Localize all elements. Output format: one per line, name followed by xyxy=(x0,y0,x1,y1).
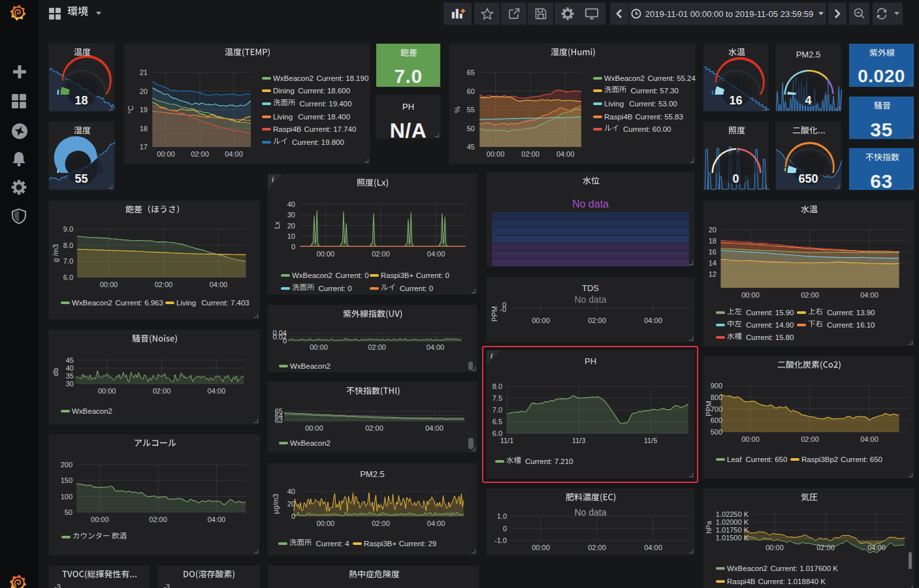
svg-text:04:00: 04:00 xyxy=(556,150,575,158)
svg-text:7.0: 7.0 xyxy=(492,406,502,414)
svg-text:1.02250 K: 1.02250 K xyxy=(716,510,749,518)
svg-text:60: 60 xyxy=(467,87,475,95)
svg-text:μg/m3: μg/m3 xyxy=(272,494,280,514)
svg-text:100: 100 xyxy=(61,493,73,501)
svg-text:02:00: 02:00 xyxy=(365,424,383,432)
svg-text:02:00: 02:00 xyxy=(191,150,209,158)
svg-text:65: 65 xyxy=(467,69,475,76)
svg-text:0: 0 xyxy=(291,243,295,251)
svg-text:00:00: 00:00 xyxy=(487,150,505,158)
svg-text:9.0: 9.0 xyxy=(63,225,73,233)
svg-text:Lx: Lx xyxy=(273,221,281,229)
svg-text:30: 30 xyxy=(287,211,295,219)
svg-text:1.02000 K: 1.02000 K xyxy=(716,518,749,526)
svg-text:6.5: 6.5 xyxy=(492,418,502,426)
svg-text:02:00: 02:00 xyxy=(588,544,606,551)
svg-text:00:00: 00:00 xyxy=(741,435,760,443)
svg-text:02:00: 02:00 xyxy=(153,387,171,395)
svg-text:04:00: 04:00 xyxy=(210,281,228,288)
svg-text:hPa: hPa xyxy=(705,520,713,533)
svg-text:8.0: 8.0 xyxy=(492,382,502,390)
svg-text:20: 20 xyxy=(140,87,148,95)
svg-text:7.0: 7.0 xyxy=(63,257,73,265)
svg-text:600: 600 xyxy=(711,416,722,424)
svg-text:6.0: 6.0 xyxy=(63,273,73,281)
svg-text:04:00: 04:00 xyxy=(867,544,886,551)
svg-text:11/5: 11/5 xyxy=(644,437,658,444)
svg-text:04:00: 04:00 xyxy=(225,150,243,158)
svg-text:21: 21 xyxy=(140,69,148,76)
svg-text:PPM: PPM xyxy=(705,401,713,416)
svg-text:04:00: 04:00 xyxy=(860,435,879,443)
svg-text:20: 20 xyxy=(287,500,295,508)
svg-text:02:00: 02:00 xyxy=(816,544,835,551)
svg-text:%: % xyxy=(453,106,461,113)
svg-text:19: 19 xyxy=(140,106,148,114)
svg-text:1.01500 K: 1.01500 K xyxy=(716,534,749,542)
svg-text:04:00: 04:00 xyxy=(208,516,226,523)
svg-text:1.01750 K: 1.01750 K xyxy=(716,526,749,534)
svg-text:10: 10 xyxy=(287,232,295,240)
svg-text:00:00: 00:00 xyxy=(317,519,335,527)
svg-text:0: 0 xyxy=(503,525,507,533)
svg-text:800: 800 xyxy=(711,394,722,401)
svg-text:17: 17 xyxy=(140,143,148,151)
svg-text:35: 35 xyxy=(66,372,74,380)
svg-text:45: 45 xyxy=(66,356,74,364)
svg-text:02:00: 02:00 xyxy=(521,150,540,158)
svg-text:00:00: 00:00 xyxy=(305,424,323,432)
svg-text:00:00: 00:00 xyxy=(157,150,175,158)
svg-text:02:00: 02:00 xyxy=(801,291,819,299)
svg-text:04:00: 04:00 xyxy=(427,519,445,527)
svg-text:16: 16 xyxy=(709,248,717,256)
svg-text:20: 20 xyxy=(709,226,717,234)
svg-text:7.5: 7.5 xyxy=(492,394,502,402)
svg-text:00:00: 00:00 xyxy=(741,291,760,299)
svg-text:00:00: 00:00 xyxy=(98,387,116,395)
svg-text:db: db xyxy=(52,368,59,376)
svg-text:04:00: 04:00 xyxy=(425,424,443,432)
svg-text:04:00: 04:00 xyxy=(860,291,879,299)
svg-text:30: 30 xyxy=(66,380,74,388)
svg-text:00:00: 00:00 xyxy=(317,250,335,258)
svg-text:02:00: 02:00 xyxy=(372,519,390,527)
svg-text:04:00: 04:00 xyxy=(644,544,662,551)
svg-text:04:00: 04:00 xyxy=(427,343,445,351)
svg-text:02:00: 02:00 xyxy=(588,317,606,324)
svg-text:50: 50 xyxy=(467,125,475,132)
svg-text:45: 45 xyxy=(467,143,475,151)
svg-text:02:00: 02:00 xyxy=(149,516,167,523)
svg-text:02:00: 02:00 xyxy=(155,281,173,288)
svg-text:20: 20 xyxy=(287,222,295,230)
svg-text:04:00: 04:00 xyxy=(644,317,662,324)
svg-text:-0: -0 xyxy=(500,305,506,313)
svg-text:18: 18 xyxy=(709,237,717,245)
svg-text:00:00: 00:00 xyxy=(766,544,784,551)
svg-text:0: 0 xyxy=(291,512,295,520)
svg-text:18: 18 xyxy=(140,125,148,132)
svg-text:900: 900 xyxy=(711,382,722,390)
svg-text:00:00: 00:00 xyxy=(100,281,118,288)
svg-text:63: 63 xyxy=(275,416,283,424)
svg-text:40: 40 xyxy=(287,487,295,495)
svg-text:02:00: 02:00 xyxy=(372,250,390,258)
svg-text:02:00: 02:00 xyxy=(368,343,386,351)
svg-text:PPM: PPM xyxy=(491,306,498,322)
svg-text:00:00: 00:00 xyxy=(532,544,550,551)
svg-text:40: 40 xyxy=(287,200,295,208)
svg-text:500: 500 xyxy=(711,428,722,436)
svg-text:8.0: 8.0 xyxy=(63,241,73,249)
svg-text:150: 150 xyxy=(61,476,73,484)
svg-text:14: 14 xyxy=(709,259,717,267)
svg-text:40: 40 xyxy=(66,364,74,372)
svg-text:-1.0: -1.0 xyxy=(494,536,507,544)
svg-text:02:00: 02:00 xyxy=(801,435,819,443)
svg-text:00:00: 00:00 xyxy=(91,516,109,523)
svg-text:00:00: 00:00 xyxy=(310,343,328,351)
svg-text:55: 55 xyxy=(467,106,475,114)
svg-text:04:00: 04:00 xyxy=(208,387,226,395)
svg-text:0: 0 xyxy=(283,337,287,345)
svg-text:11/1: 11/1 xyxy=(500,437,514,444)
svg-text:11/3: 11/3 xyxy=(572,437,586,444)
svg-text:g /m3: g /m3 xyxy=(52,244,59,262)
